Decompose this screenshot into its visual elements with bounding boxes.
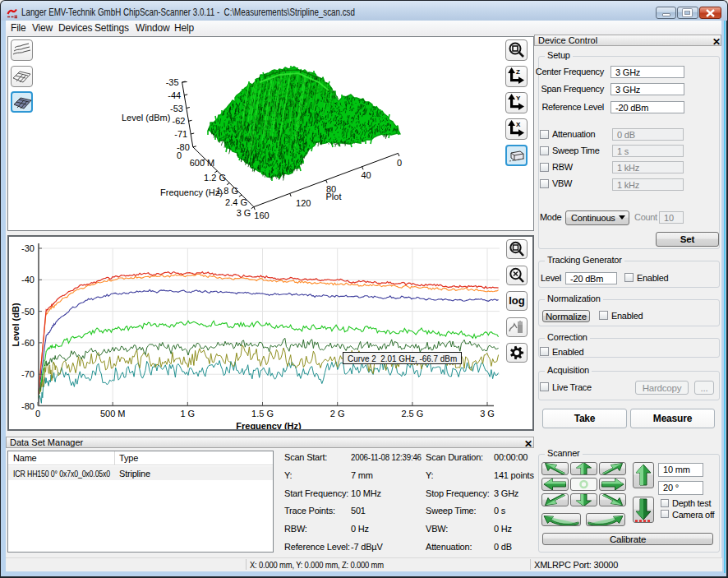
- svg-text:160: 160: [254, 210, 269, 220]
- svg-text:0: 0: [35, 409, 40, 418]
- svg-text:1.2 G: 1.2 G: [204, 173, 226, 183]
- svg-text:Frequency (Hz): Frequency (Hz): [160, 187, 223, 197]
- svg-text:2 G: 2 G: [330, 409, 345, 418]
- svg-text:3 G: 3 G: [237, 208, 251, 218]
- svg-text:-35: -35: [166, 77, 179, 87]
- svg-text:Frequency (Hz): Frequency (Hz): [236, 421, 302, 429]
- svg-text:-50: -50: [21, 307, 35, 317]
- svg-text:0: 0: [177, 150, 182, 160]
- svg-text:-62: -62: [173, 116, 186, 126]
- svg-text:Y: Y: [516, 95, 521, 102]
- svg-text:-71: -71: [174, 129, 187, 139]
- svg-text:2.4 G: 2.4 G: [225, 197, 247, 207]
- svg-text:-53: -53: [170, 104, 183, 113]
- svg-text:600 M: 600 M: [190, 158, 215, 168]
- svg-text:40: 40: [361, 170, 371, 180]
- svg-text:2.5 G: 2.5 G: [401, 409, 423, 418]
- svg-text:500 M: 500 M: [100, 409, 126, 418]
- svg-text:120: 120: [296, 198, 311, 208]
- svg-text:-30: -30: [21, 243, 35, 253]
- svg-text:Z: Z: [516, 68, 520, 76]
- svg-text:0: 0: [397, 158, 402, 168]
- svg-text:1.5 G: 1.5 G: [251, 409, 274, 418]
- svg-text:-44: -44: [168, 90, 181, 100]
- svg-text:X: X: [516, 121, 521, 128]
- svg-text:3 G: 3 G: [480, 409, 495, 418]
- svg-text:-70: -70: [21, 369, 35, 379]
- svg-text:Level (dBm): Level (dBm): [122, 113, 170, 123]
- svg-text:Plot: Plot: [326, 192, 342, 201]
- svg-text:-40: -40: [21, 275, 35, 284]
- svg-text:1 G: 1 G: [180, 409, 195, 418]
- svg-text:-80: -80: [21, 401, 35, 411]
- svg-text:-60: -60: [21, 338, 35, 348]
